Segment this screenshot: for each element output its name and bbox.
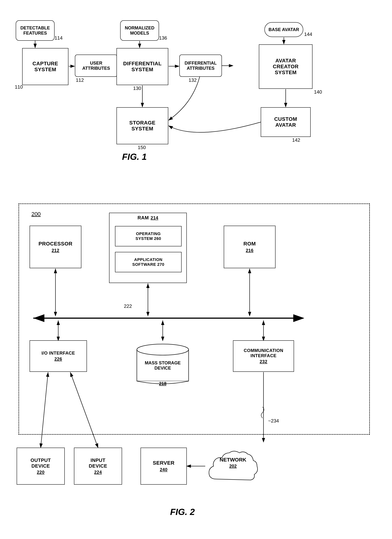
ref-224: 224: [89, 470, 107, 475]
avatar-creator-node: AVATAR CREATOR SYSTEM: [259, 44, 312, 89]
ref-226: 226: [41, 356, 75, 362]
ref-140: 140: [314, 89, 322, 95]
ref-234: ~234: [268, 418, 279, 424]
ref-112: 112: [76, 77, 84, 83]
ref-130: 130: [133, 86, 141, 91]
ref-214: 214: [151, 215, 158, 221]
user-attributes-node: USER ATTRIBUTES: [75, 55, 117, 77]
ref-218: 218: [159, 381, 166, 386]
avatar-creator-label: AVATAR CREATOR SYSTEM: [273, 58, 298, 76]
detectable-features-node: DETECTABLE FEATURES: [16, 20, 55, 41]
ref-110: 110: [15, 84, 23, 90]
ref-114: 114: [55, 35, 62, 41]
differential-attributes-node: DIFFERENTIAL ATTRIBUTES: [179, 55, 222, 77]
io-label: I/O INTERFACE: [41, 351, 75, 356]
mass-storage-node: MASS STORAGE DEVICE 218: [133, 340, 192, 388]
comm-label: COMMUNICATION INTERFACE: [244, 348, 283, 358]
ref-232: 232: [244, 359, 283, 364]
capture-system-label: CAPTURE SYSTEM: [33, 61, 58, 72]
storage-system-label: STORAGE SYSTEM: [129, 120, 155, 132]
app-node: APPLICATION SOFTWARE 270: [115, 252, 182, 272]
ref-220: 220: [30, 470, 51, 475]
ram-node: RAM 214 OPERATING SYSTEM 260 APPLICATION…: [109, 213, 187, 283]
ref-216: 216: [244, 248, 256, 253]
detectable-features-label: DETECTABLE FEATURES: [20, 25, 50, 36]
fig1-diagram: DETECTABLE FEATURES 114 CAPTURE SYSTEM 1…: [11, 11, 381, 178]
server-label: SERVER: [153, 460, 175, 466]
network-label: NETWORK: [205, 457, 261, 463]
custom-avatar-node: CUSTOM AVATAR: [261, 107, 311, 137]
differential-attributes-label: DIFFERENTIAL ATTRIBUTES: [185, 61, 216, 71]
ref-144: 144: [304, 31, 312, 37]
ref-202: 202: [205, 463, 261, 469]
input-label: INPUT DEVICE: [89, 457, 107, 469]
svg-point-24: [137, 344, 189, 355]
storage-system-node: STORAGE SYSTEM: [116, 107, 168, 144]
fig2-diagram: 200: [11, 189, 377, 531]
ram-label: RAM: [138, 215, 149, 221]
ref-142: 142: [292, 137, 300, 143]
ref-150: 150: [138, 145, 146, 150]
input-device-node: INPUT DEVICE 224: [74, 448, 122, 485]
output-label: OUTPUT DEVICE: [30, 457, 51, 469]
io-interface-node: I/O INTERFACE 226: [30, 340, 87, 372]
comm-interface-node: COMMUNICATION INTERFACE 232: [233, 340, 294, 372]
differential-system-label: DIFFERENTIAL SYSTEM: [123, 61, 162, 72]
normalized-models-label: NORMALIZED MODELS: [125, 25, 154, 36]
os-node: OPERATING SYSTEM 260: [115, 226, 182, 246]
mass-storage-label: MASS STORAGE DEVICE: [145, 360, 181, 371]
ref-132: 132: [189, 77, 196, 83]
ref-222: 222: [124, 303, 132, 309]
rom-label: ROM: [244, 241, 256, 247]
custom-avatar-label: CUSTOM AVATAR: [274, 116, 297, 128]
differential-system-node: DIFFERENTIAL SYSTEM: [116, 48, 168, 85]
ref-200: 200: [31, 211, 41, 217]
ref-212: 212: [38, 248, 72, 253]
ref-240: 240: [153, 467, 175, 472]
ref-136: 136: [159, 35, 167, 41]
processor-label: PROCESSOR: [38, 241, 72, 247]
normalized-models-node: NORMALIZED MODELS: [120, 20, 159, 41]
fig1-label: FIG. 1: [122, 152, 147, 162]
rom-node: ROM 216: [224, 226, 276, 268]
processor-node: PROCESSOR 212: [30, 226, 81, 268]
output-device-node: OUTPUT DEVICE 220: [17, 448, 65, 485]
os-label: OPERATING SYSTEM 260: [135, 231, 161, 241]
user-attributes-label: USER ATTRIBUTES: [82, 61, 110, 71]
app-label: APPLICATION SOFTWARE 270: [132, 257, 164, 267]
capture-system-node: CAPTURE SYSTEM: [22, 48, 68, 85]
network-node: NETWORK 202: [205, 442, 261, 490]
server-node: SERVER 240: [141, 448, 187, 485]
base-avatar-label: BASE AVATAR: [268, 27, 299, 32]
fig2-label: FIG. 2: [170, 507, 195, 517]
base-avatar-node: BASE AVATAR: [264, 22, 303, 37]
